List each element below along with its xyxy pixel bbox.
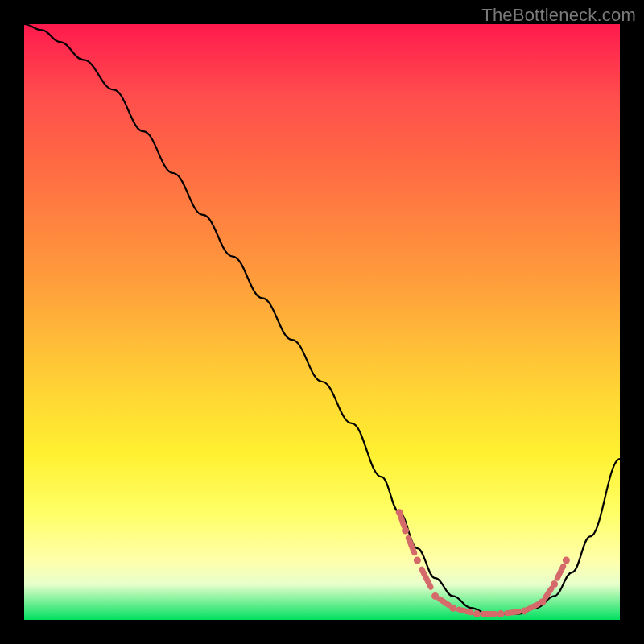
marker-dash: [546, 588, 551, 597]
plot-area: [24, 24, 620, 620]
chart-frame: TheBottleneck.com: [0, 0, 644, 644]
marker-dash: [506, 612, 518, 613]
optimal-markers: [396, 509, 570, 617]
marker-dot: [473, 610, 481, 617]
marker-dash: [557, 566, 563, 578]
marker-dash: [401, 517, 404, 526]
marker-dash: [408, 538, 414, 553]
marker-dot: [414, 557, 421, 564]
watermark-text: TheBottleneck.com: [481, 5, 636, 26]
marker-dash: [440, 599, 448, 605]
bottleneck-curve: [24, 24, 620, 614]
marker-dash: [459, 609, 471, 613]
marker-dot: [497, 610, 505, 617]
marker-dash: [529, 605, 538, 609]
curve-svg: [24, 24, 620, 620]
marker-dot: [563, 557, 570, 564]
